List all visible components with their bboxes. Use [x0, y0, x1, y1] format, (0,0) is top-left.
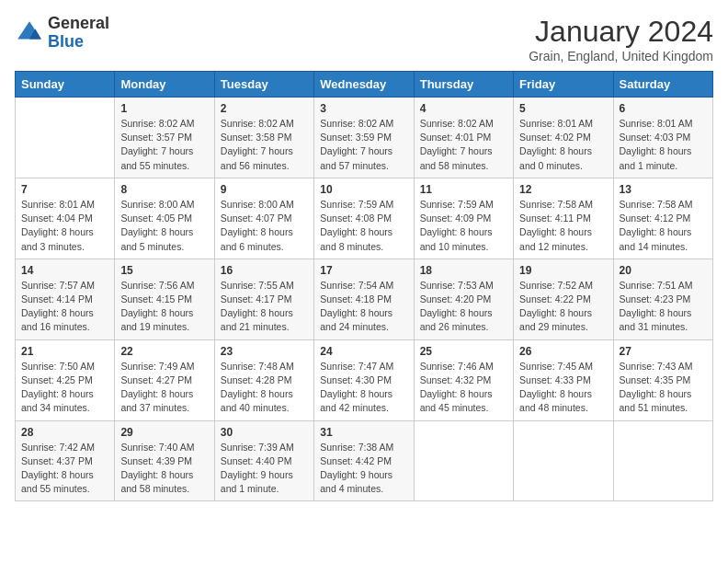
week-row-4: 21Sunrise: 7:50 AMSunset: 4:25 PMDayligh… — [16, 339, 713, 420]
day-number: 31 — [320, 426, 407, 439]
month-title: January 2024 — [529, 15, 713, 49]
day-info: Sunrise: 7:43 AMSunset: 4:35 PMDaylight:… — [620, 360, 707, 416]
day-cell: 17Sunrise: 7:54 AMSunset: 4:18 PMDayligh… — [314, 259, 414, 339]
day-cell — [414, 420, 513, 501]
week-row-3: 14Sunrise: 7:57 AMSunset: 4:14 PMDayligh… — [16, 259, 713, 339]
day-info: Sunrise: 7:50 AMSunset: 4:25 PMDaylight:… — [21, 360, 108, 416]
day-cell: 27Sunrise: 7:43 AMSunset: 4:35 PMDayligh… — [613, 339, 712, 420]
header-cell-thursday: Thursday — [414, 72, 513, 98]
day-number: 27 — [620, 345, 707, 358]
day-info: Sunrise: 7:58 AMSunset: 4:12 PMDaylight:… — [620, 198, 707, 254]
week-row-5: 28Sunrise: 7:42 AMSunset: 4:37 PMDayligh… — [16, 420, 713, 501]
day-cell: 8Sunrise: 8:00 AMSunset: 4:05 PMDaylight… — [115, 178, 214, 259]
day-number: 18 — [420, 264, 507, 277]
day-info: Sunrise: 7:47 AMSunset: 4:30 PMDaylight:… — [320, 360, 407, 416]
day-cell: 6Sunrise: 8:01 AMSunset: 4:03 PMDaylight… — [613, 98, 712, 178]
day-info: Sunrise: 8:01 AMSunset: 4:03 PMDaylight:… — [620, 117, 707, 173]
day-cell: 18Sunrise: 7:53 AMSunset: 4:20 PMDayligh… — [414, 259, 513, 339]
day-info: Sunrise: 7:49 AMSunset: 4:27 PMDaylight:… — [120, 360, 208, 416]
day-info: Sunrise: 7:56 AMSunset: 4:15 PMDaylight:… — [120, 279, 208, 335]
day-info: Sunrise: 7:57 AMSunset: 4:14 PMDaylight:… — [21, 279, 108, 335]
logo-icon — [15, 18, 44, 48]
day-number: 9 — [221, 183, 308, 196]
title-block: January 2024 Grain, England, United King… — [529, 15, 713, 63]
day-number: 2 — [221, 102, 308, 115]
day-number: 17 — [320, 264, 407, 277]
day-number: 14 — [21, 264, 108, 277]
day-info: Sunrise: 7:59 AMSunset: 4:09 PMDaylight:… — [420, 198, 507, 254]
day-cell: 30Sunrise: 7:39 AMSunset: 4:40 PMDayligh… — [214, 420, 313, 501]
day-cell: 1Sunrise: 8:02 AMSunset: 3:57 PMDaylight… — [115, 98, 214, 178]
day-info: Sunrise: 8:02 AMSunset: 3:59 PMDaylight:… — [320, 117, 407, 173]
day-cell: 19Sunrise: 7:52 AMSunset: 4:22 PMDayligh… — [514, 259, 613, 339]
day-info: Sunrise: 7:51 AMSunset: 4:23 PMDaylight:… — [620, 279, 707, 335]
week-row-2: 7Sunrise: 8:01 AMSunset: 4:04 PMDaylight… — [16, 178, 713, 259]
logo-blue: Blue — [48, 32, 84, 51]
day-number: 26 — [519, 345, 607, 358]
day-number: 3 — [320, 102, 407, 115]
day-cell: 28Sunrise: 7:42 AMSunset: 4:37 PMDayligh… — [16, 420, 115, 501]
day-info: Sunrise: 7:52 AMSunset: 4:22 PMDaylight:… — [519, 279, 607, 335]
day-cell: 26Sunrise: 7:45 AMSunset: 4:33 PMDayligh… — [514, 339, 613, 420]
day-number: 6 — [620, 102, 707, 115]
header-row: SundayMondayTuesdayWednesdayThursdayFrid… — [16, 72, 713, 98]
day-cell: 15Sunrise: 7:56 AMSunset: 4:15 PMDayligh… — [115, 259, 214, 339]
day-number: 23 — [221, 345, 308, 358]
day-cell: 2Sunrise: 8:02 AMSunset: 3:58 PMDaylight… — [214, 98, 313, 178]
day-info: Sunrise: 8:02 AMSunset: 3:58 PMDaylight:… — [221, 117, 308, 173]
day-info: Sunrise: 7:45 AMSunset: 4:33 PMDaylight:… — [519, 360, 607, 416]
day-cell — [514, 420, 613, 501]
day-cell: 25Sunrise: 7:46 AMSunset: 4:32 PMDayligh… — [414, 339, 513, 420]
day-info: Sunrise: 7:39 AMSunset: 4:40 PMDaylight:… — [221, 441, 308, 497]
day-cell: 9Sunrise: 8:00 AMSunset: 4:07 PMDaylight… — [214, 178, 313, 259]
day-cell: 31Sunrise: 7:38 AMSunset: 4:42 PMDayligh… — [314, 420, 414, 501]
day-info: Sunrise: 7:46 AMSunset: 4:32 PMDaylight:… — [420, 360, 507, 416]
day-number: 8 — [120, 183, 208, 196]
day-cell: 29Sunrise: 7:40 AMSunset: 4:39 PMDayligh… — [115, 420, 214, 501]
day-cell: 20Sunrise: 7:51 AMSunset: 4:23 PMDayligh… — [613, 259, 712, 339]
day-cell: 4Sunrise: 8:02 AMSunset: 4:01 PMDaylight… — [414, 98, 513, 178]
day-number: 11 — [420, 183, 507, 196]
day-number: 13 — [620, 183, 707, 196]
day-number: 30 — [221, 426, 308, 439]
day-number: 22 — [120, 345, 208, 358]
day-cell: 7Sunrise: 8:01 AMSunset: 4:04 PMDaylight… — [16, 178, 115, 259]
day-info: Sunrise: 7:40 AMSunset: 4:39 PMDaylight:… — [120, 441, 208, 497]
day-number: 10 — [320, 183, 407, 196]
day-cell — [613, 420, 712, 501]
logo-general: General — [48, 14, 109, 32]
day-number: 4 — [420, 102, 507, 115]
day-cell: 11Sunrise: 7:59 AMSunset: 4:09 PMDayligh… — [414, 178, 513, 259]
week-row-1: 1Sunrise: 8:02 AMSunset: 3:57 PMDaylight… — [16, 98, 713, 178]
day-number: 7 — [21, 183, 108, 196]
day-info: Sunrise: 7:54 AMSunset: 4:18 PMDaylight:… — [320, 279, 407, 335]
day-number: 20 — [620, 264, 707, 277]
day-info: Sunrise: 8:02 AMSunset: 3:57 PMDaylight:… — [120, 117, 208, 173]
header-cell-friday: Friday — [514, 72, 613, 98]
header-cell-tuesday: Tuesday — [214, 72, 313, 98]
day-cell: 5Sunrise: 8:01 AMSunset: 4:02 PMDaylight… — [514, 98, 613, 178]
day-number: 25 — [420, 345, 507, 358]
day-cell — [16, 98, 115, 178]
day-info: Sunrise: 8:00 AMSunset: 4:07 PMDaylight:… — [221, 198, 308, 254]
day-number: 21 — [21, 345, 108, 358]
day-number: 12 — [519, 183, 607, 196]
day-number: 5 — [519, 102, 607, 115]
logo: General Blue — [15, 15, 109, 52]
day-number: 19 — [519, 264, 607, 277]
day-number: 29 — [120, 426, 208, 439]
header-cell-sunday: Sunday — [16, 72, 115, 98]
day-cell: 13Sunrise: 7:58 AMSunset: 4:12 PMDayligh… — [613, 178, 712, 259]
day-cell: 23Sunrise: 7:48 AMSunset: 4:28 PMDayligh… — [214, 339, 313, 420]
day-cell: 3Sunrise: 8:02 AMSunset: 3:59 PMDaylight… — [314, 98, 414, 178]
day-info: Sunrise: 7:58 AMSunset: 4:11 PMDaylight:… — [519, 198, 607, 254]
calendar-table: SundayMondayTuesdayWednesdayThursdayFrid… — [15, 71, 713, 501]
day-info: Sunrise: 8:01 AMSunset: 4:04 PMDaylight:… — [21, 198, 108, 254]
day-info: Sunrise: 7:55 AMSunset: 4:17 PMDaylight:… — [221, 279, 308, 335]
day-info: Sunrise: 7:53 AMSunset: 4:20 PMDaylight:… — [420, 279, 507, 335]
day-number: 16 — [221, 264, 308, 277]
header-cell-wednesday: Wednesday — [314, 72, 414, 98]
day-number: 15 — [120, 264, 208, 277]
day-info: Sunrise: 8:00 AMSunset: 4:05 PMDaylight:… — [120, 198, 208, 254]
day-cell: 24Sunrise: 7:47 AMSunset: 4:30 PMDayligh… — [314, 339, 414, 420]
